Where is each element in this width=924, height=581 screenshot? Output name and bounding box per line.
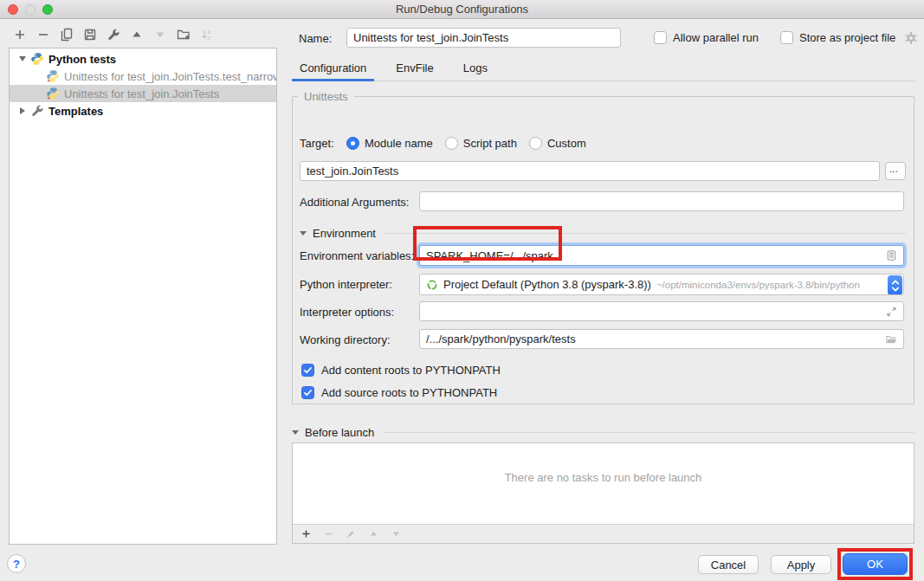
radio-selected-icon[interactable] (346, 137, 359, 150)
environment-section-header[interactable]: Environment (300, 227, 906, 240)
target-input[interactable] (300, 161, 880, 181)
move-up-icon[interactable] (368, 528, 379, 539)
radio-custom[interactable]: Custom (529, 137, 586, 150)
folder-icon[interactable] (885, 332, 898, 345)
add-content-roots-row[interactable]: Add content roots to PYTHONPATH (301, 364, 501, 377)
edit-templates-wrench-icon[interactable] (107, 28, 120, 42)
title-bar: Run/Debug Configurations (0, 0, 924, 19)
target-label: Target: (300, 137, 346, 150)
tab-configuration[interactable]: Configuration (292, 57, 374, 81)
add-icon[interactable] (13, 28, 27, 42)
radio-script-path-label: Script path (463, 137, 517, 150)
sort-alphabetically-icon[interactable]: az (200, 28, 214, 42)
svg-text:a: a (208, 29, 211, 35)
tree-item-python-tests[interactable]: Python tests (10, 50, 276, 68)
before-launch-empty-message: There are no tasks to run before launch (293, 471, 914, 484)
store-as-project-file-checkbox-row[interactable]: Store as project file (780, 31, 895, 44)
radio-script-path[interactable]: Script path (445, 137, 517, 150)
before-launch-label: Before launch (305, 426, 374, 439)
apply-button[interactable]: Apply (771, 555, 831, 574)
remove-icon[interactable] (36, 28, 50, 42)
new-folder-icon[interactable] (177, 28, 191, 42)
tab-bar: Configuration EnvFile Logs (292, 57, 915, 81)
radio-module-name-label: Module name (365, 137, 433, 150)
name-input[interactable] (346, 28, 621, 48)
radio-custom-label: Custom (547, 137, 586, 150)
collapse-triangle-icon[interactable] (300, 231, 307, 236)
wrench-icon (30, 104, 44, 118)
interpreter-options-label: Interpreter options: (300, 306, 394, 319)
radio-unselected-icon[interactable] (445, 137, 458, 150)
tree-item-templates[interactable]: Templates (10, 102, 276, 119)
chevron-right-icon[interactable] (16, 107, 29, 114)
working-directory-input[interactable]: /.../spark/python/pyspark/tests (419, 329, 904, 349)
python-test-icon (46, 87, 60, 100)
tree-item-label: Unittests for test_join.JoinTests.test_n… (64, 70, 276, 83)
python-interpreter-path: ~/opt/miniconda3/envs/pyspark-3.8/bin/py… (656, 280, 860, 290)
window-title: Run/Debug Configurations (0, 3, 924, 16)
section-divider (384, 432, 914, 433)
configurations-toolbar: az (13, 28, 214, 42)
python-interpreter-value: Project Default (Python 3.8 (pyspark-3.8… (443, 278, 651, 291)
gear-icon[interactable] (904, 31, 918, 45)
configurations-tree: Python tests Unittests for test_join.Joi… (9, 48, 277, 545)
before-launch-task-list: There are no tasks to run before launch (292, 442, 914, 544)
environment-variables-label: Environment variables: (300, 249, 414, 262)
python-icon (30, 52, 44, 66)
radio-module-name[interactable]: Module name (346, 137, 433, 150)
collapse-triangle-icon[interactable] (292, 430, 299, 435)
tree-item-test-narrow[interactable]: Unittests for test_join.JoinTests.test_n… (10, 68, 276, 85)
tree-item-label: Unittests for test_join.JoinTests (64, 87, 219, 100)
edit-pencil-icon[interactable] (346, 528, 357, 539)
radio-unselected-icon[interactable] (529, 137, 542, 150)
unittests-group: Unittests Target: Module name Script pat… (292, 90, 914, 404)
ok-button[interactable]: OK (843, 553, 908, 575)
tree-item-jointests-selected[interactable]: Unittests for test_join.JoinTests (10, 85, 276, 102)
additional-arguments-label: Additional Arguments: (300, 196, 409, 209)
python-interpreter-select[interactable]: Project Default (Python 3.8 (pyspark-3.8… (419, 274, 904, 295)
section-divider (385, 233, 906, 234)
add-content-roots-checkbox[interactable] (301, 364, 314, 377)
name-label: Name: (299, 32, 332, 45)
browse-target-button[interactable]: ... (885, 162, 906, 180)
add-icon[interactable] (300, 528, 312, 539)
additional-arguments-input[interactable] (419, 191, 904, 211)
copy-icon[interactable] (60, 28, 74, 42)
save-icon[interactable] (83, 28, 97, 42)
move-up-icon[interactable] (130, 28, 144, 42)
tree-item-label: Python tests (48, 53, 116, 66)
help-button[interactable]: ? (7, 554, 26, 573)
before-launch-toolbar (293, 524, 914, 543)
working-directory-label: Working directory: (300, 333, 391, 346)
browse-variables-icon[interactable] (885, 249, 898, 262)
tab-envfile[interactable]: EnvFile (388, 57, 441, 81)
environment-variables-value: SPARK_HOME=/.../spark (426, 249, 553, 262)
add-source-roots-checkbox[interactable] (301, 386, 314, 399)
add-source-roots-label: Add source roots to PYTHONPATH (321, 386, 497, 399)
allow-parallel-run-checkbox-row[interactable]: Allow parallel run (654, 31, 759, 44)
tree-item-label: Templates (48, 105, 103, 118)
conda-environment-icon (426, 279, 438, 291)
move-down-icon[interactable] (391, 528, 402, 539)
svg-text:z: z (208, 35, 210, 41)
remove-icon[interactable] (323, 528, 334, 539)
cancel-button[interactable]: Cancel (698, 555, 759, 574)
store-as-project-file-checkbox[interactable] (780, 31, 793, 44)
environment-variables-input[interactable]: SPARK_HOME=/.../spark (419, 245, 904, 266)
tab-logs[interactable]: Logs (456, 57, 495, 81)
python-interpreter-label: Python interpreter: (300, 278, 392, 291)
move-down-icon[interactable] (153, 28, 167, 42)
store-as-project-file-label: Store as project file (799, 31, 895, 44)
environment-section-label: Environment (313, 227, 376, 240)
expand-field-icon[interactable] (885, 305, 898, 318)
python-test-icon (46, 69, 60, 83)
interpreter-options-input[interactable] (419, 301, 904, 321)
add-source-roots-row[interactable]: Add source roots to PYTHONPATH (301, 386, 497, 399)
run-debug-configurations-dialog: { "window": { "title": "Run/Debug Config… (0, 0, 924, 581)
allow-parallel-run-label: Allow parallel run (673, 31, 759, 44)
allow-parallel-run-checkbox[interactable] (654, 31, 667, 44)
chevron-down-icon[interactable] (16, 56, 29, 61)
target-row: Target: Module name Script path Custom (300, 134, 598, 152)
dropdown-stepper-icon[interactable] (888, 275, 902, 295)
before-launch-section-header[interactable]: Before launch (292, 425, 914, 439)
